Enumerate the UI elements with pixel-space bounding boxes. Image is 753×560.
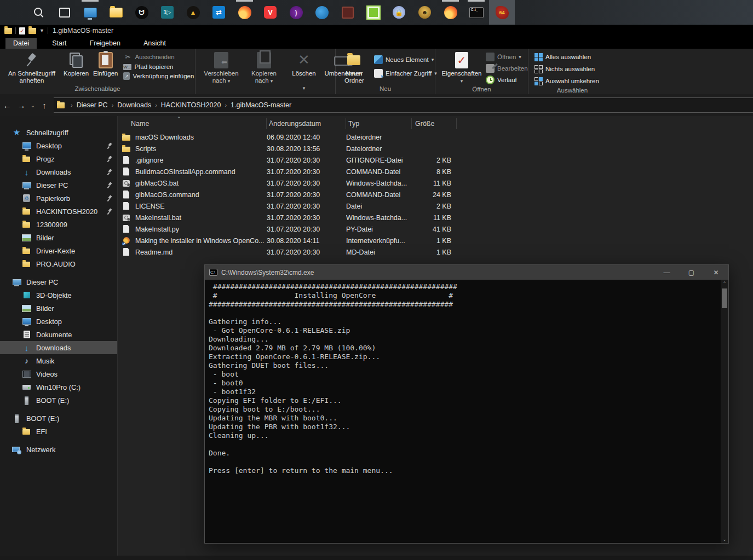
tab-ansicht[interactable]: Ansicht <box>136 38 174 49</box>
file-row-buildmacosinstallapp[interactable]: BuildmacOSInstallApp.command 31.07.2020 … <box>118 166 753 177</box>
sidebar-item-downloads[interactable]: ↓Downloads <box>0 341 117 354</box>
file-row-makeinstall-py[interactable]: MakeInstall.py 31.07.2020 20:30PY-Datei4… <box>118 223 753 235</box>
new-folder-quick-icon[interactable] <box>28 28 36 34</box>
column-header-date[interactable]: Änderungsdatum <box>267 118 346 129</box>
sidebar-item-videos[interactable]: Videos <box>0 367 117 380</box>
minimize-button[interactable]: — <box>654 265 679 280</box>
up-button[interactable]: ↑ <box>37 101 51 110</box>
forward-button[interactable]: → <box>14 101 28 110</box>
sidebar-item-musik[interactable]: ♪Musik <box>0 354 117 367</box>
address-bar[interactable]: › Dieser PC › Downloads › HACKINTOSH2020… <box>54 97 753 113</box>
sidebar-item-pro-audio[interactable]: PRO.AUDIO <box>0 257 117 270</box>
maximize-button[interactable]: ▢ <box>679 265 704 280</box>
breadcrumb-dieser-pc[interactable]: Dieser PC <box>77 101 108 109</box>
sidebar-item-dieser-pc-qa[interactable]: Dieser PC <box>0 178 117 192</box>
sidebar-item-efi[interactable]: EFI <box>0 425 117 438</box>
taskbar-keepass[interactable]: 🔒 <box>386 0 412 25</box>
tab-datei[interactable]: Datei <box>5 38 37 49</box>
scroll-up-icon[interactable]: ⌃ <box>722 280 727 287</box>
taskbar-green-utility[interactable] <box>360 0 386 25</box>
sidebar-this-pc[interactable]: Dieser PC <box>0 275 117 288</box>
taskbar-1by1-player[interactable]: 1▷ <box>154 0 180 25</box>
sidebar-item-bilder[interactable]: Bilder <box>0 302 117 315</box>
properties-quick-icon[interactable]: ✓ <box>19 27 25 34</box>
edit-button[interactable]: Bearbeiten <box>486 64 528 73</box>
file-row-macos-downloads[interactable]: macOS Downloads 06.09.2020 12:40Dateiord… <box>118 131 753 143</box>
breadcrumb-downloads[interactable]: Downloads <box>117 101 151 109</box>
move-to-button[interactable]: Verschieben nach ▾ <box>198 51 245 86</box>
taskbar-media-library[interactable] <box>335 0 360 25</box>
paste-shortcut-button[interactable]: ↗Verknüpfung einfügen <box>123 72 194 80</box>
sidebar-item-downloads-qa[interactable]: ↓Downloads <box>0 165 117 178</box>
sidebar-item-papierkorb[interactable]: ♻Papierkorb <box>0 192 117 205</box>
sidebar-item-bilder-qa[interactable]: Bilder <box>0 231 117 244</box>
taskbar-this-pc[interactable] <box>77 0 103 25</box>
taskbar-firefox[interactable] <box>232 0 257 25</box>
open-button[interactable]: Öffnen▾ <box>486 53 528 61</box>
cmd-scrollbar[interactable]: ⌃ ⌄ <box>721 280 728 543</box>
cmd-titlebar[interactable]: C:\ C:\Windows\System32\cmd.exe — ▢ ✕ <box>205 265 728 280</box>
task-view-button[interactable] <box>51 0 77 25</box>
file-row-making-the-installer[interactable]: Making the installer in Windows OpenCo..… <box>118 235 753 246</box>
taskbar-aimp[interactable]: ▲ <box>180 0 206 25</box>
column-header-name[interactable]: Name <box>129 118 267 129</box>
taskbar-teamviewer[interactable]: ⇄ <box>206 0 232 25</box>
sidebar-item-driver-kexte[interactable]: Driver-Kexte <box>0 244 117 257</box>
file-row-gibmacos-command[interactable]: gibMacOS.command 31.07.2020 20:30COMMAND… <box>118 189 753 200</box>
history-button[interactable]: Verlauf <box>486 76 528 84</box>
sidebar-item-dokumente[interactable]: Dokumente <box>0 328 117 341</box>
file-row-scripts[interactable]: Scripts 30.08.2020 13:56Dateiordner <box>118 143 753 154</box>
taskbar-search-button[interactable] <box>26 0 51 25</box>
taskbar-cheat-engine[interactable]: 64 <box>489 0 515 25</box>
sidebar-item-progz[interactable]: Progz <box>0 152 117 165</box>
tab-start[interactable]: Start <box>44 38 74 49</box>
close-button[interactable]: ✕ <box>704 265 728 280</box>
sidebar-item-win10pro-c[interactable]: Win10Pro (C:) <box>0 380 117 394</box>
delete-button[interactable]: ✕ Löschen ▾ <box>288 51 320 93</box>
column-header-type[interactable]: Typ <box>346 118 412 129</box>
column-header-size[interactable]: Größe <box>412 118 457 129</box>
file-row-license[interactable]: LICENSE 31.07.2020 20:30Datei2 KB <box>118 200 753 212</box>
properties-button[interactable]: ✓ Eigenschaften▾ <box>438 51 486 86</box>
file-row-gibmacos-bat[interactable]: gibMacOS.bat 31.07.2020 20:30Windows-Bat… <box>118 177 753 189</box>
breadcrumb-hackintosh2020[interactable]: HACKINTOSH2020 <box>161 101 221 109</box>
taskbar-firefox-2[interactable] <box>438 0 463 25</box>
copy-to-button[interactable]: Kopieren nach ▾ <box>245 51 283 86</box>
sidebar-boot-drive[interactable]: BOOT (E:) <box>0 412 117 425</box>
taskbar-file-explorer[interactable] <box>103 0 129 25</box>
file-row-makeinstall-bat[interactable]: MakeInstall.bat 31.07.2020 20:30Windows-… <box>118 212 753 223</box>
taskbar-jdownloader[interactable]: ☻ <box>412 0 438 25</box>
copy-button[interactable]: Kopieren <box>61 51 91 78</box>
easy-access-button[interactable]: Einfacher Zugriff▾ <box>374 69 437 78</box>
sidebar-item-boot-e[interactable]: BOOT (E:) <box>0 394 117 407</box>
sidebar-item-3d-objekte[interactable]: 3D-Objekte <box>0 288 117 302</box>
select-none-button[interactable]: Nichts auswählen <box>534 65 599 73</box>
file-row-gitignore[interactable]: .gitignore 31.07.2020 20:30GITIGNORE-Dat… <box>118 154 753 166</box>
file-row-readme-md[interactable]: Readme.md 31.07.2020 20:30MD-Datei1 KB <box>118 246 753 258</box>
taskbar-vivaldi[interactable]: V <box>257 0 283 25</box>
taskbar-cmd[interactable]: C:\_ <box>463 0 489 25</box>
copy-path-button[interactable]: W…Pfad kopieren <box>123 63 194 70</box>
tab-freigeben[interactable]: Freigeben <box>82 38 128 49</box>
paste-button[interactable]: Einfügen <box>91 51 120 78</box>
invert-selection-button[interactable]: Auswahl umkehren <box>534 77 599 85</box>
scrollbar-thumb[interactable] <box>722 288 727 308</box>
back-button[interactable]: ← <box>0 101 14 110</box>
customize-toolbar-caret-icon[interactable]: ▼ <box>39 28 44 33</box>
new-item-button[interactable]: Neues Element▾ <box>374 55 437 64</box>
cut-button[interactable]: ✂Ausschneiden <box>123 53 194 61</box>
sidebar-item-desktop[interactable]: Desktop <box>0 139 117 152</box>
sidebar-item-desktop-pc[interactable]: Desktop <box>0 315 117 328</box>
taskbar-audio-player[interactable]: ) <box>283 0 309 25</box>
sidebar-item-hackintosh2020[interactable]: HACKINTOSH2020 <box>0 205 117 218</box>
recent-locations-caret-icon[interactable]: ⌄ <box>28 102 37 108</box>
start-button[interactable] <box>0 0 26 25</box>
taskbar-foobar2000[interactable]: ᗢ <box>129 0 154 25</box>
scroll-down-icon[interactable]: ⌄ <box>722 535 727 543</box>
breadcrumb-current-folder[interactable]: 1.gibMacOS-master <box>231 101 291 109</box>
sidebar-netzwerk[interactable]: Netzwerk <box>0 443 117 456</box>
sidebar-item-12300909[interactable]: 12300909 <box>0 218 117 231</box>
sidebar-quick-access[interactable]: ★ Schnellzugriff <box>0 126 117 139</box>
pin-to-quick-access-button[interactable]: An Schnellzugriff anheften <box>2 51 61 85</box>
select-all-button[interactable]: Alles auswählen <box>534 53 599 61</box>
